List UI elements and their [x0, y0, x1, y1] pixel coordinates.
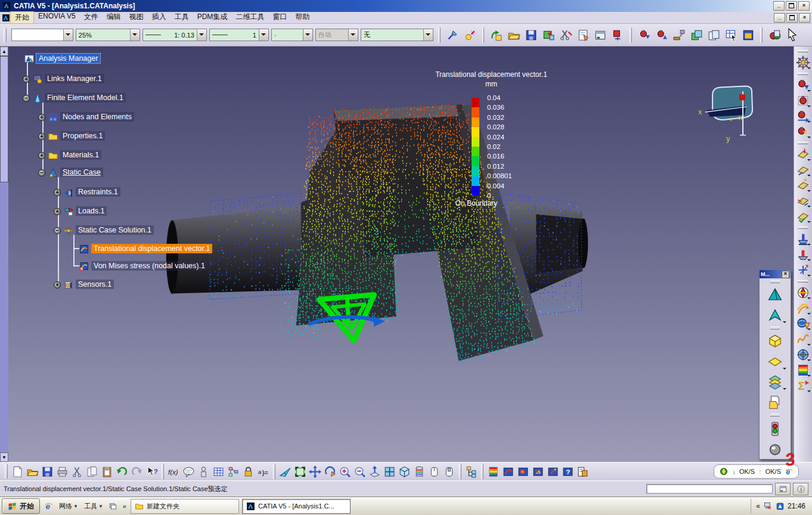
- hide-show-button[interactable]: [427, 464, 442, 479]
- restore-button[interactable]: [786, 1, 797, 11]
- scrollbar-track[interactable]: [0, 56, 8, 452]
- paste-special-button[interactable]: [489, 27, 504, 43]
- von-mises-display-button[interactable]: [516, 464, 531, 479]
- lock-parameter-button[interactable]: [241, 464, 256, 479]
- report-button[interactable]: [575, 464, 590, 479]
- palette-close-icon[interactable]: ×: [782, 271, 789, 278]
- menu-item-编辑[interactable]: 编辑: [103, 11, 125, 24]
- undo-button[interactable]: [114, 464, 129, 479]
- network-status-widget[interactable]: ↓OK/S↑OK/Se: [714, 464, 799, 479]
- context-help-button[interactable]: ?: [144, 464, 159, 479]
- links-manager-icon[interactable]: [32, 74, 43, 85]
- palette-grip[interactable]: [770, 280, 780, 283]
- select-tool-button[interactable]: [785, 27, 800, 43]
- formula-button[interactable]: f(x): [166, 464, 181, 479]
- blue-window-button[interactable]: [740, 27, 755, 43]
- imported-force-button[interactable]: [795, 331, 811, 347]
- expand-knob[interactable]: +: [54, 189, 61, 196]
- copy-windows-button[interactable]: [706, 27, 721, 43]
- mesh-quality-button[interactable]: [795, 193, 811, 209]
- displacement-display-button[interactable]: [531, 464, 546, 479]
- combo-1[interactable]: 25%: [76, 29, 140, 41]
- graphic-properties-brush-button[interactable]: [445, 27, 460, 43]
- combo-3[interactable]: 1: [209, 29, 269, 41]
- info-button[interactable]: i: [793, 483, 808, 495]
- finite-element-model-icon[interactable]: [32, 93, 43, 104]
- swap-space-button[interactable]: [442, 464, 457, 479]
- loads-icon[interactable]: [63, 206, 74, 217]
- iso-view-button[interactable]: [397, 464, 412, 479]
- zoom-in-button[interactable]: [337, 464, 352, 479]
- scrollbar-thumb[interactable]: [0, 56, 8, 182]
- taskbar-button-catia[interactable]: CATIA V5 - [Analysis1.C...: [242, 499, 351, 514]
- menu-item-帮助[interactable]: 帮助: [291, 11, 314, 24]
- combo-dropdown-icon[interactable]: [303, 29, 312, 41]
- child-restore-button[interactable]: [786, 13, 798, 23]
- mesh-visualization-button[interactable]: [486, 464, 501, 479]
- combo-dropdown-icon[interactable]: [63, 29, 73, 41]
- close-button[interactable]: ×: [798, 1, 810, 11]
- dialog-toggle-button[interactable]: [775, 483, 791, 495]
- menu-item-二维工具[interactable]: 二维工具: [231, 11, 268, 24]
- toolbar-handle[interactable]: [798, 142, 808, 144]
- tray-collapse[interactable]: «: [756, 502, 760, 510]
- storage-box-button[interactable]: [795, 93, 811, 108]
- taskbar-button-folder[interactable]: 新建文件夹: [131, 499, 239, 514]
- expand-knob[interactable]: +: [38, 114, 45, 121]
- toolbar-handle[interactable]: [798, 227, 808, 229]
- new-document-button[interactable]: [10, 464, 25, 479]
- folder-icon[interactable]: [48, 150, 58, 161]
- tree-scrollbar[interactable]: ▲ ▼: [0, 46, 8, 462]
- rotate-button[interactable]: [323, 464, 337, 479]
- cube-element-button[interactable]: [763, 331, 788, 351]
- rules-button[interactable]: a}=: [256, 464, 271, 479]
- tree-node-restraints-1[interactable]: Restraints.1: [76, 187, 120, 197]
- tree-node-analysis-manager[interactable]: Analysis Manager: [36, 54, 100, 63]
- start-button[interactable]: 开始: [2, 498, 40, 514]
- surface-mesh-button[interactable]: [763, 305, 788, 325]
- collapse-knob[interactable]: −: [38, 169, 45, 176]
- sensors-sum-button[interactable]: Σ: [795, 378, 811, 393]
- offline-network-icon[interactable]: ×: [763, 501, 773, 511]
- quality-traffic-light-button[interactable]: [763, 418, 788, 438]
- open-button[interactable]: [25, 464, 40, 479]
- distributed-force-button[interactable]: [795, 285, 811, 300]
- 3d-viewport[interactable]: xyz Analysis Manager+Links Manager.1−Fin…: [8, 46, 794, 462]
- expand-knob[interactable]: +: [38, 152, 45, 159]
- copy-button[interactable]: [85, 464, 100, 479]
- open-folder-button[interactable]: [506, 27, 521, 43]
- displacement-vector-icon[interactable]: [79, 244, 89, 255]
- quick-launch-menu-网络[interactable]: 网络 ▼: [58, 502, 79, 511]
- tree-node-static-case[interactable]: Static Case: [60, 167, 103, 177]
- edit-form-button[interactable]: [575, 27, 590, 43]
- nodes-elements-icon[interactable]: [48, 112, 58, 123]
- tree-node-sensors-1[interactable]: Sensors.1: [76, 280, 114, 289]
- tree-node-translational-displacement-vector-1[interactable]: Translational displacement vector.1: [91, 244, 212, 253]
- layered-elements-button[interactable]: [763, 372, 788, 392]
- multi-view-button[interactable]: [382, 464, 397, 479]
- deformed-mesh-button[interactable]: [501, 464, 516, 479]
- scroll-up-button[interactable]: ▲: [0, 46, 8, 56]
- toolbar-grip[interactable]: [4, 28, 7, 42]
- combo-0[interactable]: [11, 29, 73, 41]
- combo-5[interactable]: 自动: [315, 29, 358, 41]
- palette-title-bar[interactable]: M... ×: [760, 270, 791, 278]
- fly-mode-button[interactable]: [278, 464, 293, 479]
- mesh-imported-button[interactable]: [795, 209, 811, 224]
- specification-tree-button[interactable]: [464, 464, 479, 479]
- knowledge-chat-button[interactable]: [181, 464, 196, 479]
- tree-node-links-manager-1[interactable]: Links Manager.1: [45, 74, 104, 83]
- pan-button[interactable]: [308, 464, 323, 479]
- knowledge-apply-button[interactable]: [196, 464, 211, 479]
- child-minimize-button[interactable]: _: [774, 13, 785, 23]
- tree-node-properties-1[interactable]: Properties.1: [60, 131, 105, 141]
- folder-icon[interactable]: [48, 131, 58, 142]
- combo-2[interactable]: 1: 0.13: [142, 29, 207, 41]
- combo-4[interactable]: ·: [271, 29, 313, 41]
- design-table-button[interactable]: [211, 464, 226, 479]
- storage-clear-button[interactable]: *: [795, 124, 811, 139]
- relations-structure-button[interactable]: [226, 464, 241, 479]
- storage-run-button[interactable]: [795, 77, 811, 93]
- child-close-button[interactable]: ×: [799, 13, 810, 23]
- quick-launch-menu-工具[interactable]: 工具 ▼: [83, 502, 104, 511]
